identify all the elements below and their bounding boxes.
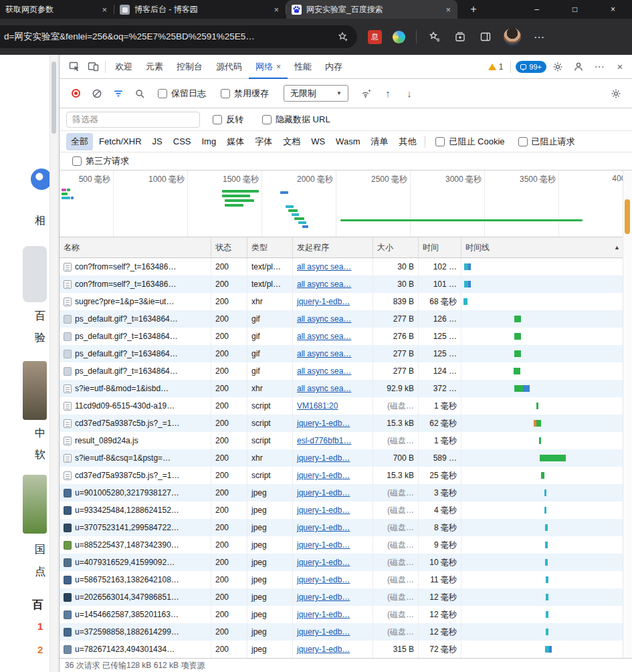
people-icon[interactable] (569, 58, 588, 76)
filter-type-chip[interactable]: 文档 (278, 133, 305, 150)
request-row[interactable]: u=782671423,494301434…200jpegjquery-1-ed… (60, 641, 632, 658)
initiator-link[interactable]: jquery-1-edb… (292, 641, 373, 658)
request-row[interactable]: cd37ed75a9387c5b.js?_=1…200scriptjquery-… (60, 467, 632, 484)
initiator-link[interactable]: all async sea… (292, 310, 373, 328)
request-row[interactable]: con?from=self?_t=163486…200text/pl…all a… (60, 258, 632, 275)
initiator-link[interactable]: jquery-1-edb… (292, 623, 373, 641)
maximize-button[interactable]: □ (556, 0, 594, 19)
settings-gear-icon[interactable] (548, 58, 567, 76)
column-header-type[interactable]: 类型 (247, 237, 292, 257)
initiator-link[interactable]: all async sea… (292, 345, 373, 362)
throttling-select[interactable]: 无限制▼ (284, 85, 348, 102)
column-header-initiator[interactable]: 发起程序 (292, 237, 373, 257)
devtools-tab-console[interactable]: 控制台 (170, 55, 209, 79)
column-header-status[interactable]: 状态 (211, 237, 247, 257)
page-scrollbar[interactable] (49, 55, 58, 672)
devtools-scrollbar-thumb[interactable] (625, 199, 630, 234)
clear-icon[interactable] (88, 84, 106, 103)
initiator-link[interactable]: jquery-1-edb… (292, 519, 373, 536)
network-settings-gear-icon[interactable] (607, 84, 625, 103)
extension-icon-red[interactable]: 息 (368, 30, 382, 44)
devtools-tab-memory[interactable]: 内存 (318, 55, 349, 79)
new-tab-button[interactable]: + (464, 1, 483, 17)
favorites-hub-icon[interactable] (427, 29, 442, 44)
initiator-link[interactable]: all async sea… (292, 258, 373, 275)
filter-type-chip[interactable]: 清单 (366, 133, 393, 150)
extension-icon-color[interactable] (393, 31, 405, 43)
request-row[interactable]: u=586752163,1382642108…200jpegjquery-1-e… (60, 571, 632, 588)
filter-type-chip[interactable]: JS (148, 134, 167, 149)
filter-type-chip[interactable]: WS (306, 134, 330, 149)
filter-type-chip[interactable]: 媒体 (222, 133, 249, 150)
request-row[interactable]: u=2026563014,347986851…200jpegjquery-1-e… (60, 588, 632, 606)
messages-badge[interactable]: 99+ (516, 61, 546, 73)
initiator-link[interactable]: jquery-1-edb… (292, 293, 373, 310)
request-row[interactable]: result_089d24a.js200scriptesl-d776bfb1…(… (60, 432, 632, 449)
filter-type-chip[interactable]: 全部 (66, 133, 93, 150)
filter-input[interactable] (66, 112, 200, 128)
filter-icon[interactable] (109, 84, 128, 103)
filter-type-chip[interactable]: CSS (169, 134, 196, 149)
request-row[interactable]: ps_default.gif?_t=1634864…200gifall asyn… (60, 310, 632, 328)
filter-type-chip[interactable]: Img (197, 134, 221, 149)
page-scrollbar-thumb[interactable] (51, 62, 56, 134)
request-row[interactable]: sugrec?pre=1&p=3&ie=ut…200xhrjquery-1-ed… (60, 293, 632, 310)
devtools-tab-performance[interactable]: 性能 (288, 55, 318, 79)
request-row[interactable]: 11cd9d09-6515-430d-a19…200scriptVM1681:2… (60, 397, 632, 415)
request-row[interactable]: s?ie=utf-8&mod=1&isbd…200xhrall async se… (60, 380, 632, 397)
blocked-cookies-checkbox[interactable]: 已阻止 Cookie (435, 136, 504, 148)
warnings-badge[interactable]: 1 (486, 62, 506, 72)
column-header-waterfall[interactable]: 时间线▲ (461, 237, 632, 257)
request-row[interactable]: u=4079316529,41599092…200jpegjquery-1-ed… (60, 554, 632, 571)
initiator-link[interactable]: all async sea… (292, 328, 373, 345)
close-devtools-icon[interactable]: × (611, 58, 629, 76)
initiator-link[interactable]: jquery-1-edb… (292, 588, 373, 606)
request-row[interactable]: u=885225437,1487342390…200jpegjquery-1-e… (60, 536, 632, 554)
third-party-checkbox[interactable]: 第三方请求 (72, 155, 129, 167)
devtools-tab-elements[interactable]: 元素 (139, 55, 170, 79)
column-header-time[interactable]: 时间 (418, 237, 461, 257)
add-favorite-star-icon[interactable] (336, 29, 350, 44)
device-toolbar-icon[interactable] (84, 58, 102, 76)
column-header-size[interactable]: 大小 (373, 237, 418, 257)
network-conditions-icon[interactable] (357, 84, 376, 103)
close-window-button[interactable]: × (594, 0, 632, 19)
request-row[interactable]: ps_default.gif?_t=1634864…200gifall asyn… (60, 345, 632, 362)
initiator-link[interactable]: all async sea… (292, 362, 373, 380)
hide-data-urls-checkbox[interactable]: 隐藏数据 URL (262, 114, 330, 126)
browser-menu-icon[interactable]: ⋯ (532, 29, 546, 44)
initiator-link[interactable]: jquery-1-edb… (292, 415, 373, 432)
minimize-button[interactable]: – (518, 0, 556, 19)
column-header-name[interactable]: 名称 (60, 237, 211, 257)
initiator-link[interactable]: VM1681:20 (292, 397, 373, 415)
request-row[interactable]: u=3707523141,299584722…200jpegjquery-1-e… (60, 519, 632, 536)
request-row[interactable]: s?ie=utf-8&csq=1&pstg=…200xhrjquery-1-ed… (60, 449, 632, 467)
disable-cache-checkbox[interactable]: 禁用缓存 (221, 88, 269, 100)
initiator-link[interactable]: jquery-1-edb… (292, 501, 373, 519)
close-tab-icon[interactable]: × (100, 5, 108, 15)
initiator-link[interactable]: jquery-1-edb… (292, 467, 373, 484)
close-tab-icon[interactable]: × (444, 5, 452, 15)
url-input[interactable]: d=网安实验室&fenlei=256&oq=%25E7%25BD%2591%25… (0, 25, 357, 48)
preserve-log-checkbox[interactable]: 保留日志 (158, 88, 206, 100)
filter-type-chip[interactable]: Fetch/XHR (94, 134, 146, 149)
initiator-link[interactable]: jquery-1-edb… (292, 554, 373, 571)
close-network-tab-icon[interactable]: × (276, 62, 281, 72)
filter-type-chip[interactable]: 其他 (394, 133, 421, 150)
request-row[interactable]: ps_default.gif?_t=1634864…200gifall asyn… (60, 362, 632, 380)
request-row[interactable]: cd37ed75a9387c5b.js?_=1…200scriptjquery-… (60, 415, 632, 432)
browser-tab-2[interactable]: 博客后台 - 博客园 × (114, 0, 286, 19)
initiator-link[interactable]: jquery-1-edb… (292, 571, 373, 588)
sidebar-icon[interactable] (478, 29, 493, 44)
profile-avatar[interactable] (504, 28, 521, 45)
request-row[interactable]: u=372598858,1882614299…200jpegjquery-1-e… (60, 623, 632, 641)
browser-tab-3-active[interactable]: 网安实验室_百度搜索 × (286, 0, 457, 19)
search-icon[interactable] (130, 84, 149, 103)
import-har-icon[interactable]: ↑ (379, 84, 397, 103)
export-har-icon[interactable]: ↓ (400, 84, 419, 103)
collections-icon[interactable] (453, 29, 467, 44)
network-overview[interactable]: 500 毫秒 1000 毫秒 1500 毫秒 2000 毫秒 2500 毫秒 3… (60, 171, 632, 237)
devtools-menu-icon[interactable]: ⋯ (590, 58, 609, 76)
initiator-link[interactable]: esl-d776bfb1… (292, 432, 373, 449)
request-row[interactable]: u=901005280,3217938127…200jpegjquery-1-e… (60, 484, 632, 501)
